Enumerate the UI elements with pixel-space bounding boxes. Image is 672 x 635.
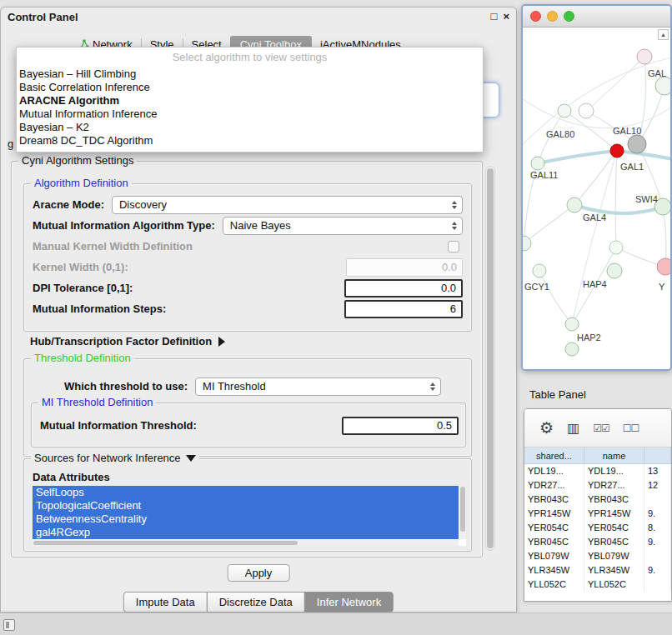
network-node[interactable] [533, 264, 546, 278]
table-cell: YER054C [584, 521, 644, 535]
network-node[interactable] [579, 103, 594, 118]
control-panel-titlebar[interactable]: Control Panel □ × [1, 8, 516, 28]
network-view-window: GALGAL80GAL10GAL1GAL11SWI4GAL4GCY1HAP4YH… [521, 4, 672, 371]
network-node[interactable] [657, 258, 670, 275]
node-label: GAL [648, 68, 666, 78]
sources-title-toggle[interactable]: Sources for Network Inference [31, 452, 199, 464]
network-node[interactable] [609, 241, 623, 254]
tab-discretize-data[interactable]: Discretize Data [207, 592, 305, 612]
network-canvas[interactable]: GALGAL80GAL10GAL1GAL11SWI4GAL4GCY1HAP4YH… [523, 28, 670, 369]
table-cell: 9. [644, 507, 671, 521]
columns-icon[interactable]: ▥ [567, 420, 579, 436]
settings-scrollbar[interactable] [485, 166, 495, 551]
table-cell: YBR045C [524, 535, 584, 549]
dropdown-item[interactable]: ARACNE Algorithm [17, 94, 483, 108]
node-label: GAL11 [530, 170, 558, 180]
status-bar [0, 612, 672, 635]
panel-dock-icon[interactable] [3, 619, 15, 631]
network-edge [572, 151, 617, 324]
table-row[interactable]: YDL19...YDL19...13 [524, 464, 671, 478]
table-header-cell[interactable]: shared... [524, 448, 584, 463]
table-cell: YLR345W [524, 563, 584, 578]
node-label: SWI4 [635, 194, 658, 204]
dropdown-item[interactable]: Bayesian – K2 [17, 121, 483, 134]
deselect-rows-icon[interactable]: ☐☐ [623, 422, 639, 434]
combo-value: Naive Bayes [230, 219, 291, 232]
dropdown-item[interactable]: Basic Correlation Inference [17, 81, 483, 94]
tab-infer-network[interactable]: Infer Network [304, 592, 394, 612]
apply-button[interactable]: Apply [228, 564, 290, 582]
dropdown-item[interactable]: Bayesian – Hill Climbing [17, 68, 483, 81]
attributes-vertical-scrollbar[interactable] [459, 486, 466, 539]
mi-steps-field[interactable] [344, 300, 463, 318]
table-row[interactable]: YBR045CYBR045C9. [524, 535, 671, 549]
cyni-algorithm-settings-group: Cyni Algorithm Settings Algorithm Defini… [11, 161, 483, 558]
table-row[interactable]: YPR145WYPR145W9. [524, 507, 671, 521]
data-attributes-list[interactable]: SelfLoopsTopologicalCoefficientBetweenne… [33, 486, 466, 546]
attribute-list-item[interactable]: TopologicalCoefficient [33, 499, 459, 512]
network-window-titlebar[interactable] [523, 6, 670, 28]
table-row[interactable]: YLR345WYLR345W9. [524, 563, 671, 578]
manual-kernel-width-checkbox[interactable] [448, 241, 459, 252]
table-row[interactable]: YDR27...YDR27...12 [524, 478, 671, 492]
zoom-traffic-light-icon[interactable] [564, 11, 574, 22]
kernel-width-label: Kernel Width (0,1): [33, 261, 128, 273]
table-cell: YER054C [524, 521, 584, 535]
table-cell: YBL079W [524, 549, 584, 563]
network-edge [663, 207, 666, 267]
which-threshold-select[interactable]: MI Threshold [195, 378, 441, 396]
table-cell: 9. [644, 563, 671, 578]
node-label: Y [659, 282, 665, 292]
table-row[interactable]: YLL052CYLL052C [524, 578, 671, 592]
network-node[interactable] [565, 318, 579, 331]
close-icon[interactable]: × [503, 10, 509, 22]
network-graph[interactable]: GALGAL80GAL10GAL1GAL11SWI4GAL4GCY1HAP4YH… [523, 28, 670, 369]
close-traffic-light-icon[interactable] [530, 11, 541, 22]
network-node[interactable] [531, 157, 544, 170]
select-all-rows-icon[interactable]: ☑☑ [593, 422, 609, 434]
network-edge [524, 205, 574, 243]
attribute-list-item[interactable]: BetweennessCentrality [33, 512, 459, 526]
network-node[interactable] [558, 104, 571, 118]
table-panel-label: Table Panel [529, 388, 586, 401]
network-node[interactable] [628, 135, 646, 153]
mi-algorithm-type-select[interactable]: Naive Bayes [223, 217, 463, 235]
aracne-mode-select[interactable]: Discovery [112, 196, 463, 214]
scroll-up-button[interactable]: ▲ [658, 29, 669, 40]
dropdown-item[interactable]: Dream8 DC_TDC Algorithm [17, 134, 483, 148]
tab-impute-data[interactable]: Impute Data [123, 592, 208, 612]
table-row[interactable]: YBR043CYBR043C [524, 492, 671, 507]
kernel-width-field[interactable] [346, 258, 463, 277]
network-node[interactable] [610, 144, 624, 158]
algorithm-dropdown-list: Bayesian – Hill ClimbingBasic Correlatio… [17, 68, 483, 148]
scrollbar-thumb[interactable] [487, 168, 494, 548]
network-node[interactable] [607, 263, 622, 278]
hub-section-toggle[interactable]: Hub/Transcription Factor Definition [30, 335, 225, 348]
attributes-horizontal-scrollbar[interactable] [33, 540, 459, 546]
attribute-list-item[interactable]: gal4RGexp [33, 526, 459, 539]
dropdown-item[interactable]: Mutual Information Inference [17, 108, 483, 121]
node-label: GCY1 [524, 282, 549, 292]
network-node[interactable] [565, 342, 579, 356]
node-label: GAL1 [620, 162, 644, 172]
network-node[interactable] [637, 49, 652, 64]
aracne-mode-label: Aracne Mode: [33, 198, 104, 211]
table-body: YDL19...YDL19...13YDR27...YDR27...12YBR0… [524, 464, 671, 602]
network-node[interactable] [655, 77, 670, 95]
table-row[interactable]: YBL079WYBL079W [524, 549, 671, 563]
mi-threshold-field[interactable] [342, 417, 459, 435]
dpi-tolerance-field[interactable] [344, 279, 463, 298]
sources-group: Sources for Network Inference Data Attri… [23, 458, 472, 552]
float-window-icon[interactable]: □ [491, 10, 498, 22]
network-edge [615, 151, 617, 248]
table-row[interactable]: YER054CYER054C8. [524, 521, 671, 535]
table-header-cell[interactable] [644, 448, 671, 463]
gear-icon[interactable]: ⚙ [539, 418, 554, 438]
table-cell: YLL052C [584, 578, 644, 592]
algorithm-definition-group: Algorithm Definition Aracne Mode: Discov… [23, 183, 472, 332]
attribute-list-item[interactable]: SelfLoops [33, 486, 459, 499]
minimize-traffic-light-icon[interactable] [547, 11, 558, 22]
table-header-cell[interactable]: name [584, 448, 644, 463]
table-cell: YDR27... [524, 478, 584, 492]
network-node[interactable] [567, 198, 582, 212]
